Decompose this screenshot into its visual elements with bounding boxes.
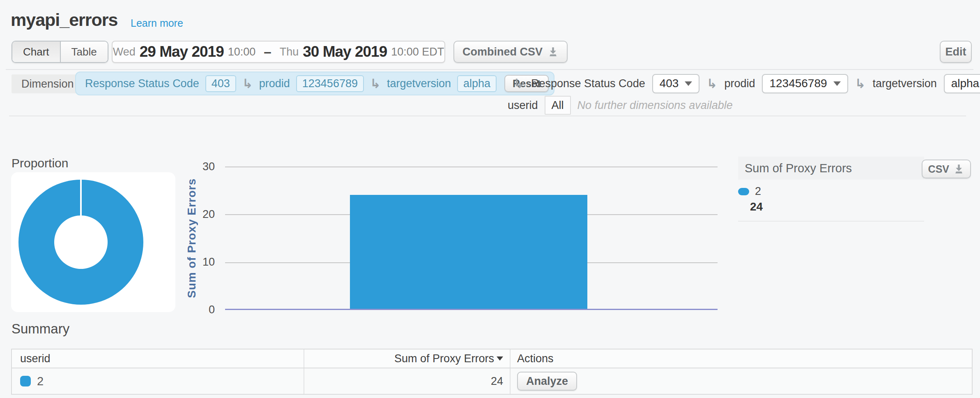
drilldown-arrow-icon: ↳ [855,77,866,90]
csv-button[interactable]: CSV [922,160,971,178]
actions-cell: Analyze [511,368,972,394]
column-header-sum-of-proxy-errors[interactable]: Sum of Proxy Errors [304,349,511,368]
donut-slice-boundary [80,179,82,216]
gridline-30 [225,167,718,167]
userid-cell: 2 [12,368,304,394]
table-tab[interactable]: Table [60,42,108,62]
legend-item-label: 2 [755,185,761,198]
bar-chart-plot-area [225,167,718,310]
table-header-row: userid Sum of Proxy Errors Actions [12,349,972,368]
analyze-button[interactable]: Analyze [517,372,577,391]
userid-value: 2 [37,375,44,388]
proportion-donut-chart[interactable] [11,172,175,312]
selector-value: alpha [951,77,980,90]
proportion-title: Proportion [12,156,68,170]
summary-table: userid Sum of Proxy Errors Actions 2 24 … [11,349,973,395]
dimension-selectors: ↳ Response Status Code 403 ↳ prodid 1234… [513,72,980,95]
toolbar-divider [6,69,973,70]
selector-dropdown-response-status-code[interactable]: 403 [652,74,700,93]
date-range-picker[interactable]: Wed 29 May 2019 10:00 – Thu 30 May 2019 … [112,41,445,63]
chart-tab[interactable]: Chart [12,42,60,62]
end-day: Thu [280,46,299,58]
userid-all-selector[interactable]: All [545,96,571,115]
sum-cell: 24 [304,368,511,394]
selector-dropdown-targetversion[interactable]: alpha [944,74,980,93]
y-tick-10: 10 [168,255,215,268]
breadcrumb-dim-name: targetversion [387,77,451,90]
csv-label: CSV [928,163,949,175]
start-day: Wed [113,46,136,58]
y-tick-20: 20 [168,208,215,221]
breadcrumb-dim-name: prodid [259,77,290,90]
combined-csv-label: Combined CSV [462,46,543,58]
drilldown-arrow-icon: ↳ [513,77,524,90]
end-time: 10:00 EDT [391,46,444,58]
next-dimension-row: userid All No further dimensions availab… [508,96,733,115]
legend-item[interactable]: 2 24 [738,185,763,213]
series-color-swatch [738,188,749,195]
column-header-actions: Actions [511,349,972,368]
legend-divider [738,221,924,222]
summary-title: Summary [12,321,69,337]
chevron-down-icon [685,81,692,86]
dimension-divider [9,116,966,116]
drilldown-arrow-icon: ↳ [242,77,253,90]
download-icon [953,164,964,175]
selector-value: 123456789 [769,77,827,90]
table-row: 2 24 Analyze [12,368,972,394]
start-time: 10:00 [228,46,256,58]
drilldown-arrow-icon: ↳ [706,77,717,90]
breadcrumb-dim-value: 123456789 [296,75,364,92]
bar-sum-of-proxy-errors[interactable] [350,195,587,309]
legend-panel-header: Sum of Proxy Errors [738,157,924,180]
view-toggle: Chart Table [12,41,108,63]
learn-more-link[interactable]: Learn more [131,17,183,29]
y-axis-title: Sum of Proxy Errors [184,167,200,310]
column-header-label: Sum of Proxy Errors [394,352,494,365]
dimension-label: Dimension [12,74,84,93]
no-more-dimensions-message: No further dimensions available [577,99,733,112]
x-axis-line [225,309,718,310]
edit-label: Edit [945,46,966,58]
chevron-down-icon [833,81,841,86]
edit-button[interactable]: Edit [940,41,972,63]
start-date: 29 May 2019 [140,43,224,60]
selector-name: targetversion [873,77,937,90]
y-tick-0: 0 [168,303,215,316]
date-range-separator: – [264,44,271,60]
legend-title: Sum of Proxy Errors [745,162,852,175]
drilldown-arrow-icon: ↳ [370,77,381,90]
series-color-swatch [20,376,31,386]
dimension-breadcrumb: Response Status Code 403 ↳ prodid 123456… [75,72,554,95]
column-header-userid: userid [12,349,304,368]
selector-dropdown-prodid[interactable]: 123456789 [762,74,848,93]
proportion-donut-card [11,172,175,312]
selector-value: 403 [660,77,679,90]
y-tick-30: 30 [168,160,215,173]
breadcrumb-dim-name: Response Status Code [85,77,199,90]
combined-csv-button[interactable]: Combined CSV [453,41,568,63]
selector-name: prodid [724,77,755,90]
breadcrumb-dim-value: alpha [457,75,497,92]
page-title: myapi_errors [11,10,118,30]
end-date: 30 May 2019 [303,43,387,60]
selector-name: Response Status Code [531,77,645,90]
sort-desc-icon [497,356,503,361]
selector-name: userid [508,99,538,112]
breadcrumb-dim-value: 403 [205,75,236,92]
download-icon [548,46,559,58]
legend-item-value: 24 [750,200,763,213]
